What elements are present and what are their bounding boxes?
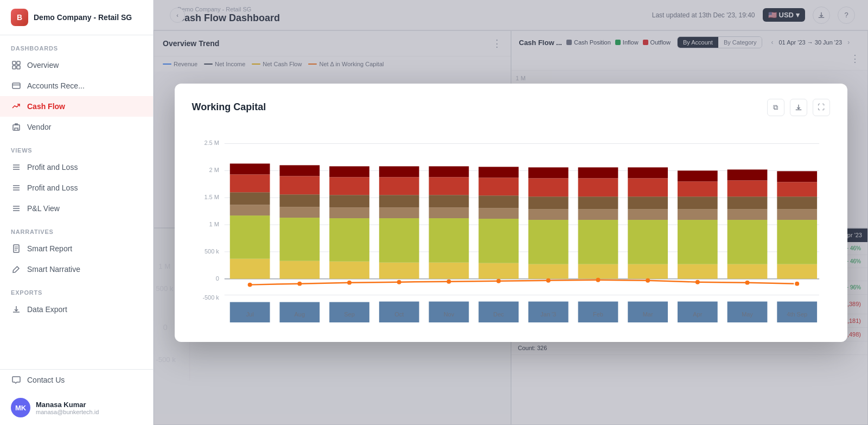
svg-rect-56 (379, 262, 419, 278)
svg-rect-42 (279, 261, 320, 278)
sidebar-item-data-export[interactable]: Data Export (0, 299, 153, 320)
sidebar-section-dashboards: DASHBOARDS Overview Accounts Rece... Cas… (0, 35, 153, 137)
svg-rect-0 (12, 61, 16, 65)
svg-text:1.5 M: 1.5 M (204, 194, 219, 200)
sidebar-item-vendor[interactable]: Vendor (0, 117, 153, 137)
svg-text:Feb: Feb (593, 311, 603, 318)
svg-rect-82 (528, 167, 568, 178)
svg-rect-68 (429, 166, 469, 177)
svg-rect-63 (429, 262, 469, 278)
svg-rect-72 (478, 208, 519, 219)
svg-rect-99 (677, 220, 717, 264)
chart-svg: 2.5 M 2 M 1.5 M 1 M 500 k 0 -500 k (192, 127, 830, 322)
copy-icon: ⧉ (773, 103, 778, 112)
svg-text:2.5 M: 2.5 M (204, 139, 219, 146)
svg-point-125 (596, 277, 600, 282)
modal-overlay[interactable]: Working Capital ⧉ ⛶ (154, 0, 868, 425)
svg-rect-49 (329, 261, 369, 278)
svg-rect-110 (727, 169, 767, 180)
svg-rect-98 (677, 264, 717, 278)
svg-text:Sep: Sep (344, 311, 355, 318)
svg-rect-88 (578, 178, 618, 196)
svg-rect-117 (777, 171, 817, 182)
expand-button[interactable]: ⛶ (813, 99, 830, 116)
svg-rect-100 (677, 209, 717, 220)
svg-point-118 (247, 282, 252, 287)
sidebar-item-smart-report[interactable]: Smart Report (0, 238, 153, 259)
svg-rect-64 (429, 218, 469, 263)
svg-rect-51 (329, 207, 369, 218)
svg-text:500 k: 500 k (205, 248, 219, 254)
sidebar-item-profit-loss-2[interactable]: Profit and Loss (0, 177, 153, 198)
svg-text:Jan '3: Jan '3 (540, 311, 556, 318)
svg-rect-46 (279, 176, 320, 194)
svg-rect-81 (528, 178, 568, 196)
grid-icon (11, 60, 22, 71)
svg-rect-71 (478, 219, 519, 263)
svg-rect-67 (429, 177, 469, 195)
sidebar-item-pl-view[interactable]: P&L View (0, 198, 153, 219)
modal-header: Working Capital ⧉ ⛶ (192, 99, 830, 116)
svg-rect-107 (727, 209, 767, 220)
svg-rect-115 (777, 196, 817, 209)
svg-text:Dec: Dec (493, 311, 504, 318)
sidebar-item-contact-us[interactable]: Contact Us (0, 370, 153, 390)
svg-rect-89 (578, 167, 618, 178)
svg-text:4th Sep: 4th Sep (787, 311, 807, 318)
download-icon (795, 104, 802, 111)
svg-text:Jul: Jul (246, 311, 253, 318)
svg-rect-105 (727, 264, 767, 278)
svg-rect-85 (578, 220, 618, 264)
svg-rect-54 (329, 166, 369, 177)
svg-rect-58 (379, 207, 419, 218)
svg-rect-96 (628, 167, 668, 178)
svg-text:2 M: 2 M (209, 167, 219, 173)
sidebar-bottom: Contact Us MK Manasa Kumar manasa@bunker… (0, 369, 153, 425)
sidebar-item-smart-narrative[interactable]: Smart Narrative (0, 259, 153, 280)
sidebar-item-accounts-receivable[interactable]: Accounts Rece... (0, 75, 153, 96)
svg-rect-57 (379, 218, 419, 263)
svg-rect-108 (727, 196, 767, 209)
svg-rect-52 (329, 195, 369, 207)
svg-text:0: 0 (215, 275, 219, 281)
svg-point-127 (695, 280, 699, 284)
svg-text:1 M: 1 M (209, 220, 219, 227)
svg-rect-77 (528, 264, 568, 278)
svg-point-120 (347, 280, 352, 284)
sidebar-header: B Demo Company - Retail SG (0, 0, 153, 35)
svg-rect-44 (279, 207, 320, 218)
svg-rect-4 (12, 83, 20, 88)
svg-rect-65 (429, 207, 469, 218)
svg-text:May: May (742, 311, 753, 318)
svg-rect-74 (478, 177, 519, 195)
download-icon (11, 304, 22, 315)
sidebar-item-cash-flow[interactable]: Cash Flow (0, 96, 153, 117)
svg-rect-6 (13, 125, 20, 130)
copy-button[interactable]: ⧉ (767, 99, 784, 116)
sidebar-item-profit-loss-1[interactable]: Profit and Loss (0, 157, 153, 177)
modal-download-button[interactable] (790, 99, 807, 116)
section-label-views: VIEWS (0, 137, 153, 157)
svg-rect-79 (528, 209, 568, 220)
svg-rect-66 (429, 195, 469, 207)
sidebar-user: MK Manasa Kumar manasa@bunkertech.id (0, 390, 153, 425)
svg-rect-112 (777, 264, 817, 278)
sidebar-company-name: Demo Company - Retail SG (34, 13, 132, 22)
svg-rect-91 (628, 264, 668, 278)
main-content: ‹ Demo Company - Retail SG Cash Flow Das… (154, 0, 868, 425)
svg-point-129 (794, 281, 800, 286)
section-label-exports: EXPORTS (0, 280, 153, 299)
svg-rect-3 (17, 66, 20, 69)
svg-rect-116 (777, 182, 817, 196)
sidebar-item-overview[interactable]: Overview (0, 55, 153, 75)
bar-jul-brown (229, 192, 270, 205)
bar-jul-yellow (229, 258, 270, 278)
building-icon (11, 122, 22, 132)
sidebar-logo: B (11, 9, 28, 26)
list-icon-1 (11, 162, 22, 173)
svg-rect-113 (777, 220, 817, 264)
svg-point-119 (297, 281, 302, 286)
list-icon-2 (11, 182, 22, 193)
credit-card-icon (11, 80, 22, 91)
svg-rect-109 (727, 180, 767, 196)
